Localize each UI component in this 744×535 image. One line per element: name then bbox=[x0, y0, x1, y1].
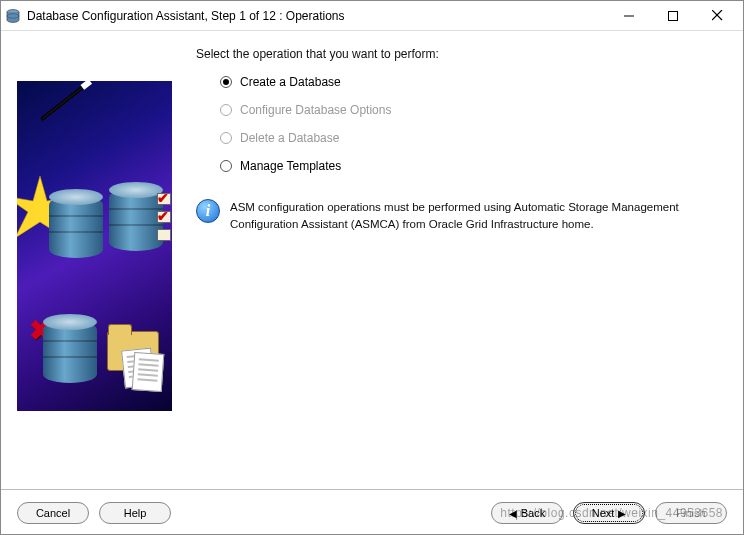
radio-icon bbox=[220, 104, 232, 116]
database-graphic bbox=[49, 196, 103, 258]
window-titlebar: Database Configuration Assistant, Step 1… bbox=[1, 1, 743, 31]
button-label: Help bbox=[124, 507, 147, 519]
radio-label: Configure Database Options bbox=[240, 103, 391, 117]
radio-icon bbox=[220, 76, 232, 88]
button-label: Cancel bbox=[36, 507, 70, 519]
operation-radio-group: Create a Database Configure Database Opt… bbox=[220, 75, 727, 173]
window-title: Database Configuration Assistant, Step 1… bbox=[27, 9, 607, 23]
main-panel: Select the operation that you want to pe… bbox=[190, 43, 727, 463]
instruction-text: Select the operation that you want to pe… bbox=[196, 47, 727, 61]
wizard-footer: Cancel Help ◀ Back Next ▶ Finish bbox=[1, 489, 743, 524]
radio-label: Create a Database bbox=[240, 75, 341, 89]
chevron-right-icon: ▶ bbox=[618, 508, 626, 519]
maximize-icon bbox=[668, 11, 678, 21]
minimize-button[interactable] bbox=[607, 1, 651, 30]
radio-manage-templates[interactable]: Manage Templates bbox=[220, 159, 727, 173]
next-button[interactable]: Next ▶ bbox=[573, 502, 645, 524]
close-button[interactable] bbox=[695, 1, 739, 30]
chevron-left-icon: ◀ bbox=[509, 508, 517, 519]
close-icon bbox=[712, 10, 723, 21]
info-icon: i bbox=[196, 199, 220, 223]
minimize-icon bbox=[624, 11, 634, 21]
button-label: Back bbox=[521, 507, 545, 519]
button-label: Finish bbox=[676, 507, 705, 519]
checklist-graphic bbox=[157, 193, 171, 241]
maximize-button[interactable] bbox=[651, 1, 695, 30]
radio-create-database[interactable]: Create a Database bbox=[220, 75, 727, 89]
window-controls bbox=[607, 1, 739, 30]
radio-delete-database: Delete a Database bbox=[220, 131, 727, 145]
radio-icon bbox=[220, 160, 232, 172]
content-area: ✖ Select the operation that you want to … bbox=[1, 31, 743, 463]
radio-label: Delete a Database bbox=[240, 131, 339, 145]
database-graphic bbox=[43, 321, 97, 383]
back-button[interactable]: ◀ Back bbox=[491, 502, 563, 524]
info-message-text: ASM configuration operations must be per… bbox=[230, 199, 727, 234]
database-graphic bbox=[109, 189, 163, 251]
finish-button: Finish bbox=[655, 502, 727, 524]
radio-label: Manage Templates bbox=[240, 159, 341, 173]
wizard-side-graphic: ✖ bbox=[17, 81, 172, 411]
svg-rect-3 bbox=[669, 11, 678, 20]
radio-configure-options: Configure Database Options bbox=[220, 103, 727, 117]
help-button[interactable]: Help bbox=[99, 502, 171, 524]
radio-icon bbox=[220, 132, 232, 144]
cancel-button[interactable]: Cancel bbox=[17, 502, 89, 524]
button-label: Next bbox=[592, 507, 615, 519]
info-message-row: i ASM configuration operations must be p… bbox=[196, 199, 727, 234]
app-icon bbox=[5, 8, 21, 24]
templates-graphic bbox=[105, 331, 165, 391]
wand-graphic bbox=[40, 81, 90, 121]
